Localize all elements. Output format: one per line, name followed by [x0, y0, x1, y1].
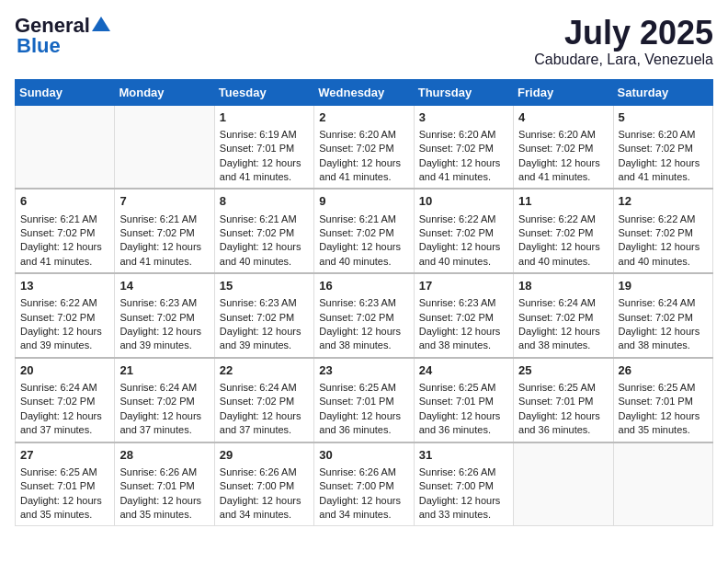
day-number: 2: [319, 109, 408, 126]
calendar-cell: 9Sunrise: 6:21 AMSunset: 7:02 PMDaylight…: [314, 189, 414, 273]
daylight-text: Daylight: 12 hours and 40 minutes.: [419, 241, 501, 266]
day-number: 30: [319, 447, 408, 464]
sunrise-text: Sunrise: 6:22 AM: [419, 213, 496, 224]
sunset-text: Sunset: 7:02 PM: [518, 227, 593, 238]
sunset-text: Sunset: 7:02 PM: [220, 227, 294, 238]
calendar-cell: 17Sunrise: 6:23 AMSunset: 7:02 PMDayligh…: [414, 273, 513, 358]
calendar-cell: 26Sunrise: 6:25 AMSunset: 7:01 PMDayligh…: [613, 358, 712, 442]
sunset-text: Sunset: 7:02 PM: [518, 143, 593, 154]
sunrise-text: Sunrise: 6:20 AM: [518, 129, 596, 140]
sunrise-text: Sunrise: 6:21 AM: [319, 213, 396, 224]
daylight-text: Daylight: 12 hours and 38 minutes.: [419, 326, 501, 350]
daylight-text: Daylight: 12 hours and 39 minutes.: [220, 326, 301, 350]
sunrise-text: Sunrise: 6:20 AM: [319, 129, 396, 140]
calendar-cell: 21Sunrise: 6:24 AMSunset: 7:02 PMDayligh…: [115, 358, 214, 442]
day-number: 24: [419, 362, 508, 379]
weekday-header-wednesday: Wednesday: [314, 79, 414, 105]
sunset-text: Sunset: 7:02 PM: [119, 396, 194, 407]
sunset-text: Sunset: 7:01 PM: [20, 480, 95, 491]
daylight-text: Daylight: 12 hours and 40 minutes.: [619, 241, 700, 266]
sunrise-text: Sunrise: 6:21 AM: [220, 213, 297, 224]
sunset-text: Sunset: 7:00 PM: [319, 480, 393, 491]
calendar-cell: 3Sunrise: 6:20 AMSunset: 7:02 PMDaylight…: [414, 105, 513, 189]
day-number: 19: [619, 278, 708, 294]
sunset-text: Sunset: 7:00 PM: [220, 480, 294, 491]
sunrise-text: Sunrise: 6:26 AM: [419, 466, 496, 477]
daylight-text: Daylight: 12 hours and 36 minutes.: [518, 410, 600, 435]
daylight-text: Daylight: 12 hours and 38 minutes.: [619, 326, 700, 350]
daylight-text: Daylight: 12 hours and 41 minutes.: [419, 157, 501, 182]
sunrise-text: Sunrise: 6:20 AM: [619, 129, 696, 140]
sunrise-text: Sunrise: 6:22 AM: [518, 213, 596, 224]
calendar-cell: 11Sunrise: 6:22 AMSunset: 7:02 PMDayligh…: [514, 189, 613, 273]
calendar-cell: 29Sunrise: 6:26 AMSunset: 7:00 PMDayligh…: [214, 442, 313, 526]
sunset-text: Sunset: 7:02 PM: [119, 227, 194, 238]
sunrise-text: Sunrise: 6:24 AM: [20, 382, 97, 393]
day-number: 14: [119, 278, 209, 294]
day-number: 17: [419, 278, 508, 294]
day-number: 26: [619, 362, 708, 379]
day-number: 1: [220, 109, 309, 126]
calendar-cell: 24Sunrise: 6:25 AMSunset: 7:01 PMDayligh…: [414, 358, 513, 442]
sunrise-text: Sunrise: 6:25 AM: [319, 382, 396, 393]
day-number: 31: [419, 447, 508, 464]
day-number: 20: [20, 362, 109, 379]
sunrise-text: Sunrise: 6:24 AM: [619, 297, 696, 308]
calendar-cell: 19Sunrise: 6:24 AMSunset: 7:02 PMDayligh…: [613, 273, 712, 358]
sunset-text: Sunset: 7:02 PM: [119, 312, 194, 323]
calendar-cell: [613, 442, 712, 526]
sunset-text: Sunset: 7:01 PM: [518, 396, 593, 407]
calendar-week-1: 1Sunrise: 6:19 AMSunset: 7:01 PMDaylight…: [16, 105, 713, 189]
sunset-text: Sunset: 7:02 PM: [220, 312, 294, 323]
sunrise-text: Sunrise: 6:25 AM: [419, 382, 496, 393]
calendar-cell: [514, 442, 613, 526]
page-header: General Blue July 2025 Cabudare, Lara, V…: [15, 15, 713, 68]
calendar-cell: 1Sunrise: 6:19 AMSunset: 7:01 PMDaylight…: [214, 105, 313, 189]
calendar-cell: 18Sunrise: 6:24 AMSunset: 7:02 PMDayligh…: [514, 273, 613, 358]
sunset-text: Sunset: 7:02 PM: [20, 312, 95, 323]
day-number: 8: [220, 193, 309, 210]
sunrise-text: Sunrise: 6:20 AM: [419, 129, 496, 140]
calendar-week-3: 13Sunrise: 6:22 AMSunset: 7:02 PMDayligh…: [16, 273, 713, 358]
calendar-cell: 27Sunrise: 6:25 AMSunset: 7:01 PMDayligh…: [16, 442, 115, 526]
day-number: 21: [119, 362, 209, 379]
weekday-header-saturday: Saturday: [613, 79, 712, 105]
calendar-cell: 31Sunrise: 6:26 AMSunset: 7:00 PMDayligh…: [414, 442, 513, 526]
day-number: 27: [20, 447, 109, 464]
daylight-text: Daylight: 12 hours and 34 minutes.: [220, 495, 301, 520]
sunrise-text: Sunrise: 6:21 AM: [119, 213, 197, 224]
sunset-text: Sunset: 7:02 PM: [20, 396, 95, 407]
sunrise-text: Sunrise: 6:23 AM: [119, 297, 197, 308]
calendar-table: SundayMondayTuesdayWednesdayThursdayFrid…: [15, 79, 713, 527]
daylight-text: Daylight: 12 hours and 36 minutes.: [319, 410, 401, 435]
day-number: 7: [119, 193, 209, 210]
sunset-text: Sunset: 7:01 PM: [419, 396, 494, 407]
sunrise-text: Sunrise: 6:23 AM: [419, 297, 496, 308]
calendar-cell: 12Sunrise: 6:22 AMSunset: 7:02 PMDayligh…: [613, 189, 712, 273]
day-number: 15: [220, 278, 309, 294]
daylight-text: Daylight: 12 hours and 40 minutes.: [518, 241, 600, 266]
sunrise-text: Sunrise: 6:21 AM: [20, 213, 97, 224]
day-number: 16: [319, 278, 408, 294]
daylight-text: Daylight: 12 hours and 40 minutes.: [319, 241, 401, 266]
sunset-text: Sunset: 7:01 PM: [220, 143, 294, 154]
calendar-cell: 16Sunrise: 6:23 AMSunset: 7:02 PMDayligh…: [314, 273, 414, 358]
calendar-cell: 23Sunrise: 6:25 AMSunset: 7:01 PMDayligh…: [314, 358, 414, 442]
title-area: July 2025 Cabudare, Lara, Venezuela: [534, 15, 713, 68]
sunrise-text: Sunrise: 6:24 AM: [518, 297, 596, 308]
sunset-text: Sunset: 7:02 PM: [619, 312, 693, 323]
calendar-cell: 10Sunrise: 6:22 AMSunset: 7:02 PMDayligh…: [414, 189, 513, 273]
daylight-text: Daylight: 12 hours and 33 minutes.: [419, 495, 501, 520]
logo-blue: Blue: [17, 35, 61, 57]
sunset-text: Sunset: 7:02 PM: [619, 143, 693, 154]
daylight-text: Daylight: 12 hours and 35 minutes.: [119, 495, 201, 520]
location-title: Cabudare, Lara, Venezuela: [534, 52, 713, 68]
svg-marker-0: [92, 17, 110, 31]
sunset-text: Sunset: 7:02 PM: [319, 312, 393, 323]
sunset-text: Sunset: 7:02 PM: [319, 227, 393, 238]
logo-icon: [92, 17, 110, 31]
sunrise-text: Sunrise: 6:26 AM: [119, 466, 197, 477]
day-number: 12: [619, 193, 708, 210]
day-number: 4: [518, 109, 608, 126]
daylight-text: Daylight: 12 hours and 38 minutes.: [518, 326, 600, 350]
